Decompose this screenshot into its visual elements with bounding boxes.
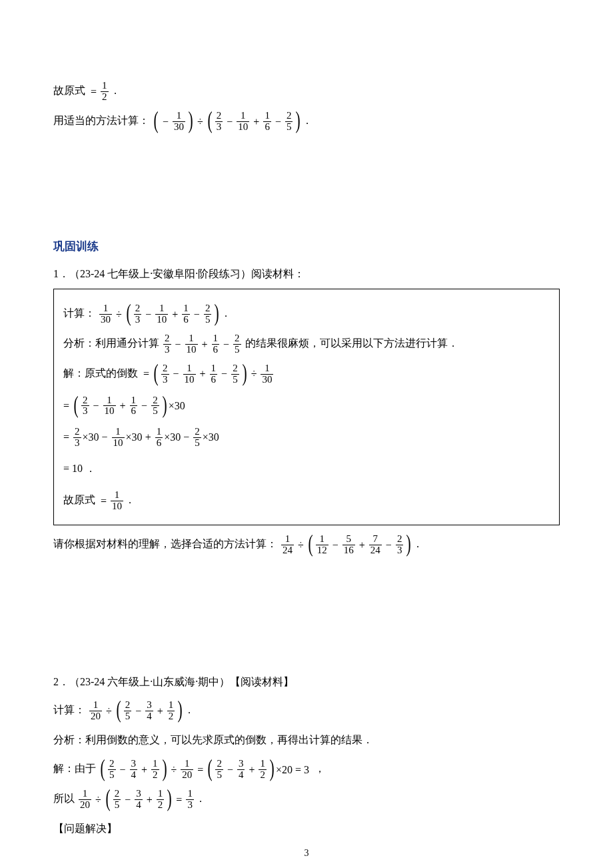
step-3: = 23 ×30 − 110 ×30 + 16 ×30 − 25 ×30 [63,423,550,451]
minus: − [141,392,147,420]
text: 故原式 [63,494,95,505]
minus: − [173,362,179,385]
plus: + [359,533,365,557]
minus: − [125,788,131,811]
label: 解：原式的倒数 [63,367,138,379]
top-therefore-line: 故原式 = 1 2 ． [53,79,560,103]
text: ×20 [276,758,293,781]
den: 12 [316,545,328,556]
den: 24 [369,545,382,556]
num: 3 [145,700,153,711]
num: 1 [284,534,292,545]
page-number: 3 [0,848,613,859]
num: 1 [167,700,175,711]
plus: + [200,362,206,385]
num: 1 [114,427,122,437]
fraction: 1 2 [101,81,109,103]
text: 分析：利用通分计算 [63,337,159,349]
num: 1 [130,395,138,406]
period: ． [125,494,135,505]
num: 1 [186,789,194,799]
den: 3 [81,405,89,417]
den: 10 [112,437,125,449]
den: 6 [155,437,163,449]
equals: = [63,392,69,420]
paren-group: ( − 130 ) [152,110,195,133]
den: 2 [157,799,165,811]
num: 1 [175,111,183,121]
top-instruction-line: 用适当的方法计算： ( − 130 ) ÷ ( 23 − 110 + 16 − … [53,109,560,133]
minus: − [135,699,141,723]
minus: − [194,303,200,326]
num: 2 [151,395,159,406]
equals: = [143,362,149,385]
den: 6 [212,344,220,355]
num: 1 [157,789,165,799]
plus: + [157,699,163,723]
den: 2 [151,769,159,781]
den: 5 [285,121,293,133]
label: 解：由于 [53,763,96,774]
den: 20 [181,769,193,781]
expr: = 1 2 [88,80,110,103]
den: 2 [259,769,267,781]
text: 故原式 [53,85,85,96]
num: 1 [151,759,159,769]
plus: + [141,758,147,781]
spacer [53,139,560,212]
equals: = [101,489,107,513]
num: 1 [105,395,113,406]
num: 1 [81,789,89,799]
den: 6 [210,374,218,385]
num: 1 [263,111,271,121]
text: 的结果很麻烦，可以采用以下方法进行计算． [245,337,458,349]
num: 2 [108,759,116,769]
den: 3 [396,545,404,556]
divide: ÷ [106,699,112,723]
equals: = [91,80,97,103]
den: 20 [79,799,91,811]
num: 1 [102,303,110,314]
minus: − [175,333,181,356]
p2-problem-solving: 【问题解决】 [53,817,560,840]
divide: ÷ [251,362,257,385]
num: 1 [158,303,166,314]
label: 计算： [63,307,95,319]
den: 5 [193,437,201,449]
period: ． [110,85,121,96]
num: 2 [215,759,223,769]
den: 2 [101,91,109,103]
den: 5 [151,405,159,417]
period: ． [412,538,423,549]
den: 3 [163,344,171,355]
minus: − [223,333,229,356]
den: 3 [161,374,169,385]
den: 20 [89,711,102,722]
text: ×30 [126,423,143,451]
text: ×30 [83,423,99,451]
text: 用适当的方法计算： [53,115,149,126]
den: 5 [231,374,239,385]
material-box-1: 计算： 130 ÷ ( 23 − 110 + 16 − 25 ) ． 分析：利用… [53,289,560,525]
num: 2 [231,363,239,374]
p2-solution-line: 解：由于 ( 25 − 34 + 12 ) ÷ 120 = ( 25 − 34 … [53,757,560,781]
num: 2 [81,395,89,406]
num: 1 [239,111,247,121]
equals: = [176,788,182,811]
den: 10 [183,374,196,385]
den: 30 [99,314,112,325]
num: 3 [237,759,245,769]
num: 3 [130,759,138,769]
num: 2 [285,111,293,121]
text: ×30 [203,423,219,451]
period: ． [221,307,231,319]
problem-2-header: 2．（23-24 六年级上·山东威海·期中）【阅读材料】 [53,671,560,693]
divide: ÷ [197,110,203,133]
equals: = [197,758,203,781]
num: 3 [135,789,143,799]
den: 4 [145,711,153,722]
num: 1 [210,363,218,374]
num: 1 [183,759,191,769]
den: 10 [103,405,116,417]
equals: = [63,423,69,451]
